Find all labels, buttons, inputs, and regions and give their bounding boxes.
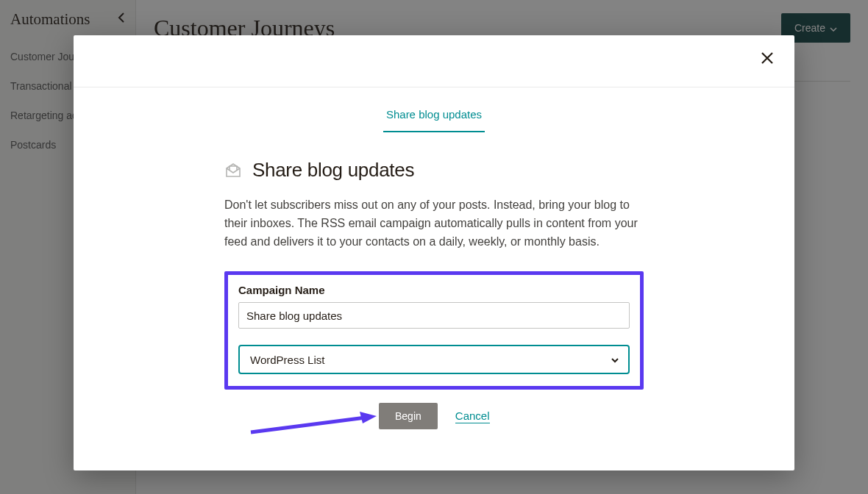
- modal-content: Share blog updates Share blog updates Do…: [224, 87, 644, 429]
- modal-title-row: Share blog updates: [224, 159, 644, 182]
- envelope-icon: [224, 162, 242, 179]
- modal-tab[interactable]: Share blog updates: [224, 108, 644, 132]
- modal-description: Don't let subscribers miss out on any of…: [224, 196, 644, 251]
- svg-line-0: [251, 418, 366, 432]
- form-highlight-box: Campaign Name WordPress List: [224, 271, 644, 390]
- modal-title: Share blog updates: [252, 159, 414, 182]
- campaign-name-input[interactable]: [238, 302, 630, 329]
- svg-marker-1: [360, 412, 377, 423]
- close-icon[interactable]: [761, 51, 774, 65]
- annotation-arrow: [248, 412, 380, 437]
- modal-tab-label: Share blog updates: [383, 108, 485, 132]
- campaign-name-label: Campaign Name: [238, 284, 630, 296]
- modal-actions: Begin Cancel: [224, 403, 644, 429]
- list-select[interactable]: WordPress List: [238, 345, 630, 374]
- cancel-link[interactable]: Cancel: [455, 409, 490, 423]
- modal-dialog: Share blog updates Share blog updates Do…: [74, 35, 794, 470]
- begin-button[interactable]: Begin: [379, 403, 438, 429]
- list-select-wrap: WordPress List: [238, 345, 630, 374]
